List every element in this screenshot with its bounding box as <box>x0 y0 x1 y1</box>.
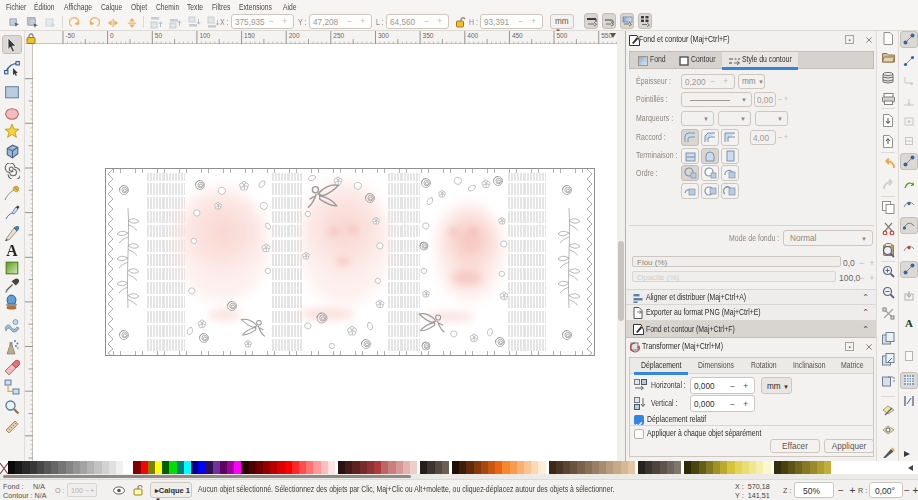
svg-text:400: 400 <box>467 32 478 39</box>
svg-text:A: A <box>6 242 18 258</box>
svg-text:500: 500 <box>557 32 568 39</box>
svg-text:-50: -50 <box>66 32 76 39</box>
svg-text:300: 300 <box>378 32 389 39</box>
svg-text:100: 100 <box>199 32 210 39</box>
svg-text:350: 350 <box>423 32 434 39</box>
svg-text:450: 450 <box>512 32 523 39</box>
svg-text:50: 50 <box>155 32 163 39</box>
svg-text:0: 0 <box>110 32 114 39</box>
svg-text:550: 550 <box>601 32 612 39</box>
svg-text:200: 200 <box>289 32 300 39</box>
svg-text:150: 150 <box>244 32 255 39</box>
svg-text:250: 250 <box>333 32 344 39</box>
svg-text:A: A <box>905 317 913 329</box>
